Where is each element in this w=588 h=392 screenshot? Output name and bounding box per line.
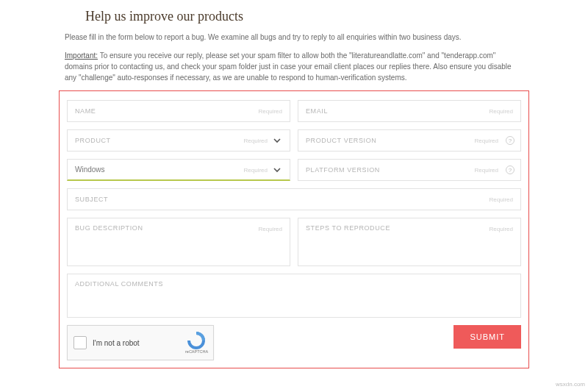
- chevron-down-icon: [272, 135, 282, 146]
- watermark: wsxdn.com: [556, 381, 585, 388]
- recaptcha-logo: reCAPTCHA: [185, 332, 207, 354]
- product-version-placeholder: PRODUCT VERSION: [306, 137, 376, 144]
- platform-version-placeholder: PLATFORM VERSION: [306, 166, 380, 174]
- product-select[interactable]: PRODUCT Required: [67, 129, 290, 152]
- chevron-down-icon: [272, 165, 282, 175]
- help-icon[interactable]: ?: [506, 165, 514, 174]
- intro-text-2: Important: To ensure you receive our rep…: [60, 50, 529, 83]
- bug-description-textarea[interactable]: BUG DESCRIPTION Required: [67, 218, 290, 266]
- intro-text-1: Please fill in the form below to report …: [60, 32, 529, 43]
- steps-textarea[interactable]: STEPS TO REPRODUCE Required: [298, 218, 521, 266]
- required-tag: Required: [259, 108, 282, 115]
- important-label: Important:: [65, 51, 98, 60]
- help-icon[interactable]: ?: [506, 136, 514, 145]
- email-placeholder: EMAIL: [306, 107, 328, 115]
- product-version-field[interactable]: PRODUCT VERSION Required ?: [298, 129, 521, 152]
- required-tag: Required: [490, 196, 513, 203]
- recaptcha-checkbox[interactable]: [74, 336, 87, 349]
- subject-field[interactable]: SUBJECT Required: [67, 188, 521, 210]
- required-tag: Required: [490, 226, 513, 232]
- required-tag: Required: [475, 167, 498, 174]
- platform-version-field[interactable]: PLATFORM VERSION Required ?: [298, 159, 521, 181]
- product-placeholder: PRODUCT: [75, 137, 111, 144]
- bug-description-placeholder: BUG DESCRIPTION: [75, 224, 143, 232]
- required-tag: Required: [244, 166, 268, 173]
- page-title: Help us improve our products: [85, 9, 529, 24]
- required-tag: Required: [475, 138, 498, 144]
- recaptcha-widget[interactable]: I'm not a robot reCAPTCHA: [67, 325, 214, 360]
- subject-placeholder: SUBJECT: [75, 196, 108, 203]
- required-tag: Required: [244, 138, 268, 144]
- required-tag: Required: [259, 226, 282, 232]
- platform-select[interactable]: Windows Required: [67, 159, 290, 181]
- recaptcha-label: I'm not a robot: [93, 339, 179, 347]
- required-tag: Required: [490, 108, 513, 115]
- submit-button[interactable]: SUBMIT: [453, 325, 521, 349]
- additional-placeholder: ADDITIONAL COMMENTS: [75, 280, 163, 288]
- additional-comments-textarea[interactable]: ADDITIONAL COMMENTS: [67, 274, 521, 318]
- bug-report-form: NAME Required EMAIL Required PRODUCT Req…: [59, 90, 529, 368]
- steps-placeholder: STEPS TO REPRODUCE: [306, 224, 390, 232]
- name-field[interactable]: NAME Required: [67, 100, 290, 122]
- name-placeholder: NAME: [75, 107, 96, 115]
- platform-value: Windows: [75, 165, 105, 174]
- email-field[interactable]: EMAIL Required: [298, 100, 521, 122]
